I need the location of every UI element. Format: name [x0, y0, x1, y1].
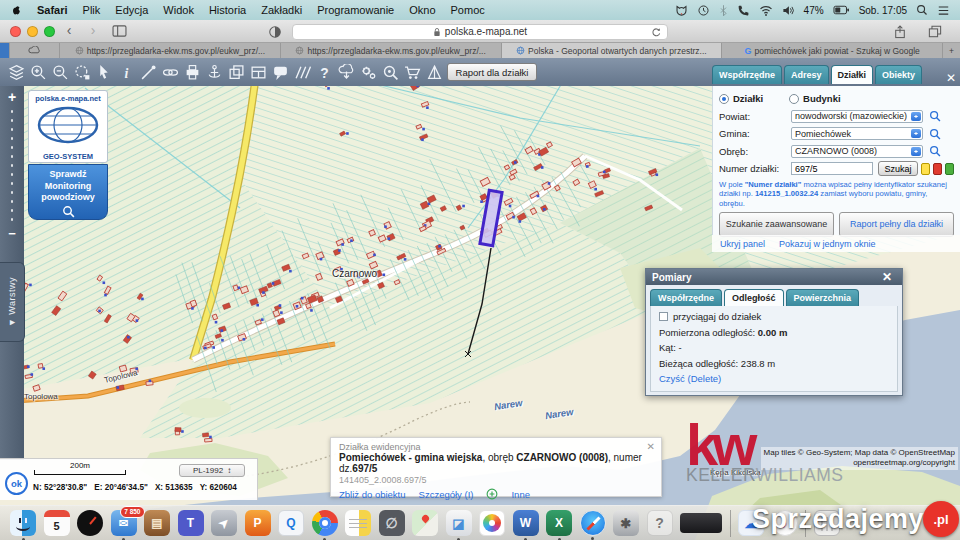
zoom-in-icon[interactable]: [30, 64, 47, 81]
reader-mode-icon[interactable]: [268, 25, 282, 39]
tab-pom-odleglosc[interactable]: Odległość: [724, 289, 784, 306]
dock-quicktime-icon[interactable]: Q: [278, 510, 304, 536]
clear-measurement-link[interactable]: Czyść (Delete): [659, 373, 889, 384]
close-window-button[interactable]: [10, 26, 21, 37]
callout-icon[interactable]: [272, 64, 289, 81]
tab-ekw-1[interactable]: https://przegladarka-ekw.ms.gov.pl/eukw_…: [60, 43, 281, 58]
dock-textedit-icon[interactable]: [345, 510, 371, 536]
dock-drive-icon[interactable]: [680, 513, 722, 533]
help-icon[interactable]: [316, 64, 333, 81]
parcel-number-input[interactable]: [791, 162, 873, 175]
layers-icon[interactable]: [8, 64, 25, 81]
dock-maps-icon[interactable]: [412, 510, 438, 536]
share-icon[interactable]: [894, 25, 906, 39]
snap-to-parcels-checkbox[interactable]: [659, 312, 668, 321]
szukaj-button[interactable]: Szukaj: [878, 161, 918, 176]
minimize-window-button[interactable]: [27, 26, 38, 37]
downloads-cell[interactable]: [10, 43, 60, 58]
menu-widok[interactable]: Widok: [163, 4, 194, 16]
wifi-icon[interactable]: [759, 5, 773, 16]
download-cloud-icon[interactable]: [338, 64, 355, 81]
flood-monitoring-button[interactable]: Sprawdź Monitoring powodziowy: [28, 164, 108, 220]
hatch-measure-icon[interactable]: [294, 64, 311, 81]
anchor-icon[interactable]: [206, 64, 223, 81]
obreb-select[interactable]: CZARNOWO (0008): [791, 145, 923, 158]
zoom-slider-track[interactable]: [11, 110, 14, 221]
time-machine-icon[interactable]: [697, 4, 710, 17]
marker-red-button[interactable]: [933, 163, 942, 175]
gmina-search-icon[interactable]: [929, 128, 941, 140]
tab-ekw-2[interactable]: https://przegladarka-ekw.ms.gov.pl/eukw_…: [281, 43, 502, 58]
hide-panel-link[interactable]: Ukryj panel: [720, 239, 765, 249]
menu-programowanie[interactable]: Programowanie: [317, 4, 394, 16]
tab-pom-wspolrzedne[interactable]: Współrzędne: [650, 289, 722, 306]
report-for-parcel-button[interactable]: Raport dla działki: [447, 63, 537, 81]
menu-zakladki[interactable]: Zakładki: [261, 4, 302, 16]
close-info-card-icon[interactable]: ✕: [647, 441, 655, 452]
details-link[interactable]: Szczegóły (I): [419, 489, 474, 500]
dock-chrome-icon[interactable]: [312, 510, 338, 536]
print-icon[interactable]: [184, 64, 201, 81]
ok-button[interactable]: ok: [5, 472, 28, 495]
apple-menu-icon[interactable]: [10, 4, 22, 17]
radio-budynki[interactable]: [789, 94, 799, 104]
dock-finder-icon[interactable]: [10, 510, 36, 536]
pinned-tab[interactable]: [0, 43, 10, 58]
dock-settings-icon[interactable]: ✱: [613, 510, 639, 536]
tab-adresy[interactable]: Adresy: [784, 65, 829, 84]
menu-historia[interactable]: Historia: [209, 4, 246, 16]
menu-clock[interactable]: Sob. 17:05: [859, 5, 907, 16]
menu-edycja[interactable]: Edycja: [115, 4, 148, 16]
marker-yellow-button[interactable]: [921, 163, 930, 175]
reload-icon[interactable]: [651, 27, 662, 38]
back-button[interactable]: ‹: [60, 22, 78, 38]
new-tab-button[interactable]: +: [943, 43, 960, 58]
tab-wspolrzedne[interactable]: Współrzędne: [712, 65, 782, 84]
bluetooth-icon[interactable]: [719, 4, 728, 17]
dock-missing-icon[interactable]: ?: [647, 510, 673, 536]
tab-overview-icon[interactable]: [928, 25, 942, 38]
close-measurements-icon[interactable]: ✕: [882, 271, 896, 283]
prism-icon[interactable]: [426, 64, 443, 81]
dock-excel-icon[interactable]: X: [546, 510, 572, 536]
full-report-button[interactable]: Raport pełny dla działki: [839, 212, 954, 237]
dock-calendar-icon[interactable]: 5: [44, 510, 70, 536]
battery-icon[interactable]: [833, 5, 850, 15]
copy-view-icon[interactable]: [228, 64, 245, 81]
layers-panel-tab[interactable]: ▼ Warstwy: [0, 262, 25, 342]
tab-geoportal-active[interactable]: Polska - Geoportal otwartych danych prze…: [502, 43, 723, 58]
zoom-out-icon[interactable]: [52, 64, 69, 81]
powiat-select[interactable]: nowodworski (mazowieckie): [791, 110, 923, 123]
address-bar[interactable]: polska.e-mapa.net: [292, 24, 668, 40]
zoom-window-button[interactable]: [44, 26, 55, 37]
dock-mail-icon[interactable]: ✉7 850: [111, 510, 137, 536]
crs-select[interactable]: PL-1992↕: [179, 464, 245, 477]
volume-icon[interactable]: [782, 5, 795, 16]
menu-app-name[interactable]: Safari: [37, 4, 68, 16]
single-window-link[interactable]: Pokazuj w jednym oknie: [779, 239, 876, 249]
phone-icon[interactable]: [737, 4, 750, 17]
selection-icon[interactable]: [74, 64, 91, 81]
dock-dashboard-icon[interactable]: [77, 510, 103, 536]
gmina-select[interactable]: Pomiechówek: [791, 127, 923, 140]
spotlight-icon[interactable]: [916, 4, 928, 16]
dock-preview-icon[interactable]: ◪: [446, 510, 472, 536]
advanced-search-button[interactable]: Szukanie zaawansowane: [719, 212, 834, 237]
marker-green-button[interactable]: [945, 163, 954, 175]
measure-draw-icon[interactable]: [140, 64, 157, 81]
zoom-to-object-link[interactable]: Zbliż do obiektu: [339, 489, 406, 500]
dock-teams-icon[interactable]: T: [178, 510, 204, 536]
zoom-in-control[interactable]: +: [8, 90, 16, 104]
tab-dzialki[interactable]: Działki: [831, 65, 874, 84]
info-icon[interactable]: [118, 64, 135, 81]
sidebar-icon[interactable]: [112, 25, 127, 37]
geosystem-logo-box[interactable]: polska.e-mapa.net GEO-SYSTEM: [28, 90, 108, 163]
dock-notes-icon[interactable]: ▤: [144, 510, 170, 536]
close-panel-icon[interactable]: ✕: [946, 72, 960, 84]
dock-launchpad-icon[interactable]: ➤: [211, 510, 237, 536]
dock-blocked-icon[interactable]: ∅: [379, 510, 405, 536]
tab-obiekty[interactable]: Obiekty: [875, 65, 922, 84]
tab-pom-powierzchnia[interactable]: Powierzchnia: [786, 289, 860, 306]
obreb-search-icon[interactable]: [929, 145, 941, 157]
select-stepper-icon[interactable]: [911, 129, 921, 138]
